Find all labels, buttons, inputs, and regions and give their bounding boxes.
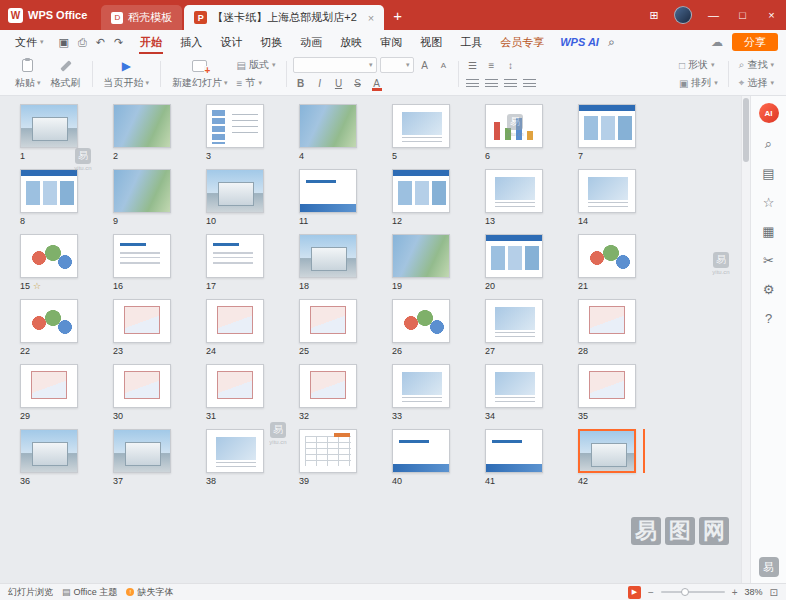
slide-thumbnail[interactable]: 10 ☆ <box>206 169 264 226</box>
new-tab-button[interactable]: + <box>393 7 402 24</box>
minimize-button[interactable]: — <box>699 0 728 30</box>
slide-thumbnail[interactable]: 37 ☆ <box>113 429 171 486</box>
close-button[interactable]: × <box>757 0 786 30</box>
slide-preview[interactable] <box>392 169 450 213</box>
slide-preview[interactable] <box>485 299 543 343</box>
slide-preview[interactable] <box>206 364 264 408</box>
slide-preview[interactable] <box>578 429 636 473</box>
shrink-font-icon[interactable]: A <box>436 58 452 73</box>
slide-preview[interactable] <box>299 364 357 408</box>
slide-thumbnail[interactable]: 12 ☆ <box>392 169 450 226</box>
sidebar-crop-icon[interactable]: ✂ <box>763 252 774 268</box>
zoom-slider-thumb[interactable] <box>681 588 689 596</box>
slide-preview[interactable] <box>113 234 171 278</box>
slide-preview[interactable] <box>485 104 543 148</box>
menu-tab[interactable]: 工具 <box>451 30 491 54</box>
file-menu-button[interactable]: 文件 ▾ <box>8 35 51 50</box>
tab-docer-templates[interactable]: D 稻壳模板 <box>101 5 182 30</box>
slide-thumbnail[interactable]: 28 ☆ <box>578 299 636 356</box>
slide-preview[interactable] <box>392 364 450 408</box>
paste-button[interactable]: 粘贴▾ <box>10 57 46 91</box>
slide-thumbnail[interactable]: 25 ☆ <box>299 299 357 356</box>
slide-preview[interactable] <box>20 364 78 408</box>
slide-thumbnail[interactable]: 3 ☆ <box>206 104 264 161</box>
slide-thumbnail[interactable]: 40 ☆ <box>392 429 450 486</box>
slide-preview[interactable] <box>113 364 171 408</box>
align-center-icon[interactable] <box>484 76 500 91</box>
sidebar-help-icon[interactable]: ? <box>765 310 772 326</box>
slide-thumbnail[interactable]: 35 ☆ <box>578 364 636 421</box>
font-family-select[interactable]: ▾ <box>293 57 377 73</box>
slide-thumbnail[interactable]: 1 ☆ <box>20 104 78 161</box>
slide-preview[interactable] <box>299 104 357 148</box>
slide-preview[interactable] <box>299 429 357 473</box>
numbered-list-icon[interactable]: ≡ <box>484 58 500 73</box>
align-left-icon[interactable] <box>465 76 481 91</box>
sidebar-search-icon[interactable]: ⌕ <box>765 136 772 152</box>
slide-thumbnail[interactable]: 8 ☆ <box>20 169 78 226</box>
menu-tab[interactable]: 会员专享 <box>491 30 553 54</box>
sidebar-settings-icon[interactable]: ⚙ <box>763 281 775 297</box>
slide-preview[interactable] <box>206 234 264 278</box>
zoom-in-button[interactable]: + <box>732 587 738 598</box>
slide-thumbnail[interactable]: 21 ☆ <box>578 234 636 291</box>
slide-thumbnail[interactable]: 11 ☆ <box>299 169 357 226</box>
slide-thumbnail[interactable]: 6 ☆ <box>485 104 543 161</box>
slide-preview[interactable] <box>578 104 636 148</box>
slide-thumbnail[interactable]: 26 ☆ <box>392 299 450 356</box>
zoom-slider[interactable] <box>661 591 725 593</box>
slide-preview[interactable] <box>113 104 171 148</box>
slide-preview[interactable] <box>20 104 78 148</box>
align-right-icon[interactable] <box>503 76 519 91</box>
format-painter-button[interactable]: 格式刷 <box>46 57 86 91</box>
scrollbar-thumb[interactable] <box>743 98 749 162</box>
save-icon[interactable]: ▣ <box>59 36 69 49</box>
bullet-list-icon[interactable]: ☰ <box>465 58 481 73</box>
menu-tab[interactable]: 动画 <box>291 30 331 54</box>
slide-thumbnail[interactable]: 20 ☆ <box>485 234 543 291</box>
slide-preview[interactable] <box>485 429 543 473</box>
slide-preview[interactable] <box>392 429 450 473</box>
fit-to-window-icon[interactable]: ⊡ <box>770 587 778 598</box>
slide-thumbnail[interactable]: 24 ☆ <box>206 299 264 356</box>
slide-thumbnail[interactable]: 39 ☆ <box>299 429 357 486</box>
slide-thumbnail[interactable]: 31 ☆ <box>206 364 264 421</box>
slide-preview[interactable] <box>206 429 264 473</box>
search-icon[interactable]: ⌕ <box>608 35 615 49</box>
slide-preview[interactable] <box>20 234 78 278</box>
slide-preview[interactable] <box>113 299 171 343</box>
redo-icon[interactable]: ↷ <box>114 36 123 49</box>
section-button[interactable]: ≡ 节▾ <box>233 76 280 90</box>
slide-thumbnail[interactable]: 4 ☆ <box>299 104 357 161</box>
user-avatar[interactable] <box>674 6 692 24</box>
zoom-out-button[interactable]: − <box>648 587 654 598</box>
arrange-button[interactable]: ▣ 排列▾ <box>675 76 722 90</box>
sidebar-favorites-icon[interactable]: ☆ <box>763 194 775 210</box>
slide-preview[interactable] <box>299 169 357 213</box>
slide-preview[interactable] <box>485 169 543 213</box>
slide-preview[interactable] <box>20 169 78 213</box>
slide-thumbnail[interactable]: 17 ☆ <box>206 234 264 291</box>
apps-grid-icon[interactable]: ⊞ <box>641 0 667 30</box>
line-spacing-icon[interactable]: ↕ <box>503 58 519 73</box>
slide-thumbnail[interactable]: 13 ☆ <box>485 169 543 226</box>
slide-preview[interactable] <box>113 429 171 473</box>
menu-tab[interactable]: 放映 <box>331 30 371 54</box>
bold-button[interactable]: B <box>293 76 309 91</box>
wps-logo[interactable]: W WPS Office <box>8 8 87 23</box>
slide-thumbnail[interactable]: 7 ☆ <box>578 104 636 161</box>
slide-preview[interactable] <box>299 234 357 278</box>
slide-thumbnail[interactable]: 38 ☆ <box>206 429 264 486</box>
layout-button[interactable]: ▤ 版式▾ <box>233 58 280 72</box>
menu-tab[interactable]: 视图 <box>411 30 451 54</box>
menu-tab[interactable]: 审阅 <box>371 30 411 54</box>
slide-thumbnail[interactable]: 9 ☆ <box>113 169 171 226</box>
vertical-scrollbar[interactable] <box>741 96 750 583</box>
slide-preview[interactable] <box>485 234 543 278</box>
slide-preview[interactable] <box>578 234 636 278</box>
slide-preview[interactable] <box>485 364 543 408</box>
undo-icon[interactable]: ↶ <box>96 36 105 49</box>
menu-tab[interactable]: 开始 <box>131 30 171 54</box>
print-icon[interactable]: ⎙ <box>78 36 87 49</box>
find-button[interactable]: ⌕ 查找▾ <box>735 58 778 72</box>
